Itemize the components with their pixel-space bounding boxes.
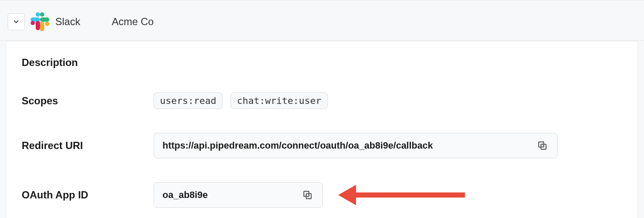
- integration-header: Slack Acme Co: [0, 0, 644, 41]
- scopes-label: Scopes: [22, 95, 154, 107]
- description-label: Description: [22, 57, 154, 69]
- details-panel: Description Scopes users:read chat:write…: [6, 41, 638, 218]
- copy-oauth-app-id-button[interactable]: [301, 189, 314, 201]
- description-row: Description: [22, 57, 622, 69]
- scope-chip: chat:write:user: [231, 92, 328, 109]
- redirect-uri-label: Redirect URI: [22, 140, 154, 152]
- copy-icon: [302, 189, 313, 201]
- app-name: Slack: [55, 16, 80, 28]
- scopes-list: users:read chat:write:user: [154, 92, 334, 109]
- scope-chip: users:read: [154, 92, 222, 109]
- chevron-down-icon: [12, 18, 20, 26]
- redirect-uri-box: https://api.pipedream.com/connect/oauth/…: [154, 133, 558, 158]
- redirect-uri-value: https://api.pipedream.com/connect/oauth/…: [162, 140, 433, 151]
- expand-toggle[interactable]: [8, 13, 25, 30]
- oauth-app-id-box: oa_ab8i9e: [154, 182, 323, 208]
- slack-icon: [31, 12, 49, 31]
- copy-icon: [537, 140, 548, 151]
- oauth-app-id-value: oa_ab8i9e: [162, 189, 208, 201]
- copy-redirect-uri-button[interactable]: [536, 139, 549, 152]
- oauth-app-id-row: OAuth App ID oa_ab8i9e: [22, 182, 622, 208]
- org-name: Acme Co: [112, 16, 154, 28]
- oauth-app-id-label: OAuth App ID: [22, 189, 154, 201]
- scopes-row: Scopes users:read chat:write:user: [22, 92, 622, 109]
- redirect-uri-row: Redirect URI https://api.pipedream.com/c…: [22, 133, 622, 158]
